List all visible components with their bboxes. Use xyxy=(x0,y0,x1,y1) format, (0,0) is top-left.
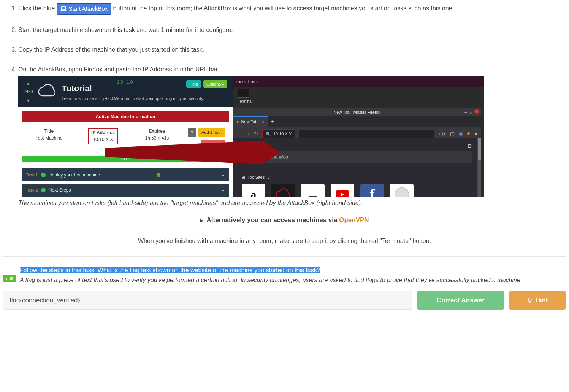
minimize-icon[interactable]: – xyxy=(464,109,467,115)
vote-count: 2469 xyxy=(24,89,33,95)
firefox-newtab-body: ⚙ G Search the Web → ⊞ Top Sites ⌄ a xyxy=(233,138,481,197)
top-sites-header[interactable]: ⊞ Top Sites ⌄ xyxy=(242,174,472,181)
task-1-row[interactable]: Task 1 Deploy your first machine ▦ ⌄ xyxy=(22,168,229,181)
terminal-desktop-icon[interactable]: Terminal xyxy=(238,89,251,104)
terminate-reminder: When you've finished with a machine in a… xyxy=(3,236,566,246)
ip-address-box: IP Address 10.10.X.X xyxy=(88,128,118,144)
url-value: 10.10.X.X xyxy=(273,131,292,137)
tile-amazon[interactable]: a xyxy=(242,184,265,197)
task-2-number: Task 2 xyxy=(26,187,38,194)
screenshot-caption: The machines you start on tasks (left ha… xyxy=(18,198,566,208)
xp-badge: + 15 xyxy=(3,275,16,283)
tile-facebook[interactable]: f xyxy=(360,184,384,197)
task-2-row[interactable]: Task 2 Next Steps ⌄ xyxy=(22,184,229,197)
machine-title-header: Title xyxy=(26,128,72,135)
search-web-input[interactable]: G Search the Web → xyxy=(242,151,472,163)
help-button[interactable]: Help xyxy=(186,80,201,88)
search-placeholder: Search the Web xyxy=(255,154,288,160)
terminate-button[interactable]: Terminate xyxy=(201,140,225,149)
thm-cloud-icon xyxy=(274,187,292,197)
matrix-decor: 10 10 xyxy=(117,79,134,86)
options-button[interactable]: Options ▸ xyxy=(203,80,227,88)
url-bar-rest[interactable] xyxy=(299,130,434,138)
firefox-tab-newtab[interactable]: ● New Tab × xyxy=(233,116,268,127)
progress-bar: 100% xyxy=(22,156,229,162)
back-icon[interactable]: ← xyxy=(236,130,241,138)
scrollbar[interactable] xyxy=(477,138,481,197)
scrollbar-thumb[interactable] xyxy=(478,138,481,160)
forward-icon[interactable]: → xyxy=(245,130,250,138)
firefox-window: New Tab - Mozilla Firefox – ◇ × ● New Ta… xyxy=(233,108,481,197)
check-icon xyxy=(41,173,46,177)
ip-header: IP Address xyxy=(91,129,115,136)
reload-icon[interactable]: ↻ xyxy=(254,130,258,138)
terminal-label: Terminal xyxy=(238,98,251,104)
desktop-title: root's Home xyxy=(233,76,484,87)
section-divider xyxy=(3,256,566,257)
chevron-down-icon: ⌄ xyxy=(267,174,270,181)
thumbs-down-icon[interactable]: ▼ xyxy=(26,97,30,104)
step-1: Click the blue Start AttackBox button at… xyxy=(18,3,566,15)
search-icon: 🔍 xyxy=(266,131,271,137)
openvpn-link[interactable]: OpenVPN xyxy=(339,216,369,224)
menu-icon[interactable]: ≡ xyxy=(474,130,477,138)
tile-wikipedia[interactable] xyxy=(390,184,414,197)
step-3: Copy the IP Address of the machine that … xyxy=(18,45,566,54)
close-icon[interactable]: × xyxy=(474,109,479,114)
thumbs-up-icon[interactable]: ▲ xyxy=(26,80,30,87)
tile-youtube[interactable] xyxy=(331,184,354,197)
ip-value: 10.10.X.X xyxy=(91,136,115,143)
maximize-icon[interactable]: ◇ xyxy=(469,109,472,115)
tile-localhost[interactable] xyxy=(301,184,325,197)
firefox-titlebar: New Tab - Mozilla Firefox – ◇ × xyxy=(233,108,481,117)
active-machine-header: Active Machine Information xyxy=(22,111,229,122)
grid-icon: ⊞ xyxy=(242,174,245,181)
chevron-down-icon: ⌄ xyxy=(221,187,225,194)
lightbulb-icon xyxy=(527,297,533,303)
account-icon[interactable]: ◉ xyxy=(458,130,463,138)
task-1-number: Task 1 xyxy=(26,172,38,178)
gear-icon[interactable]: ⚙ xyxy=(467,142,472,150)
shot-right-panel: root's Home Terminal New Tab - Mozilla F… xyxy=(233,76,484,197)
machine-help-button[interactable]: ? xyxy=(188,128,196,137)
tab-close-icon[interactable]: × xyxy=(260,119,264,125)
machine-title-value: Test Machine xyxy=(26,135,72,141)
top-sites-label: Top Sites xyxy=(247,174,265,181)
task-1-title: Deploy your first machine xyxy=(49,171,100,178)
library-icon[interactable]: ⫾⫿⫾ xyxy=(438,130,446,138)
correct-answer-label: Correct Answer xyxy=(437,297,485,304)
grid-icon: ▦ xyxy=(156,171,160,178)
answer-input[interactable] xyxy=(3,291,412,310)
tile-tryhackme[interactable] xyxy=(271,184,295,197)
start-attackbox-label: Start AttackBox xyxy=(69,5,108,13)
chevron-down-icon: ⌄ xyxy=(221,171,225,178)
question-block: + 15 Follow the steps in this task. What… xyxy=(3,266,566,285)
new-tab-button[interactable]: + xyxy=(268,117,277,125)
go-arrow-icon[interactable]: → xyxy=(463,154,468,160)
firefox-tab-label: New Tab xyxy=(241,119,258,125)
svg-point-1 xyxy=(395,188,409,197)
laptop-icon xyxy=(60,6,67,11)
step-1-post: button at the top of this room; the Atta… xyxy=(113,5,454,11)
start-attackbox-button[interactable]: Start AttackBox xyxy=(57,3,112,15)
openvpn-alt-line: ▶ Alternatively you can access machines … xyxy=(3,215,566,225)
hint-button[interactable]: Hint xyxy=(509,291,566,310)
alt-line-text: Alternatively you can access machines vi… xyxy=(207,216,339,224)
top-sites-tiles: a f xyxy=(242,184,472,197)
question-hint-text: A flag is just a piece of text that's us… xyxy=(20,276,566,285)
tutorial-screenshot: 10 10 ▲ 2469 ▼ Tutorial Learn how to use… xyxy=(18,76,484,197)
step-4: On the AttackBox, open Firefox and paste… xyxy=(18,65,566,208)
instruction-list: Click the blue Start AttackBox button at… xyxy=(3,3,566,208)
correct-answer-button[interactable]: Correct Answer xyxy=(417,291,504,310)
firefox-window-title: New Tab - Mozilla Firefox xyxy=(333,110,380,114)
sidebar-icon[interactable]: ▢ xyxy=(450,130,455,138)
google-icon: G xyxy=(246,154,252,160)
vote-column: ▲ 2469 ▼ xyxy=(24,80,33,104)
answer-row: Correct Answer Hint xyxy=(3,291,566,310)
add-1-hour-button[interactable]: Add 1 hour xyxy=(198,128,225,137)
svg-rect-0 xyxy=(61,7,65,10)
step-2: Start the target machine shown on this t… xyxy=(18,25,566,35)
triangle-right-icon: ▶ xyxy=(200,218,203,223)
wikipedia-globe-icon xyxy=(393,186,411,197)
whats-new-icon[interactable]: ✦ xyxy=(466,130,471,138)
